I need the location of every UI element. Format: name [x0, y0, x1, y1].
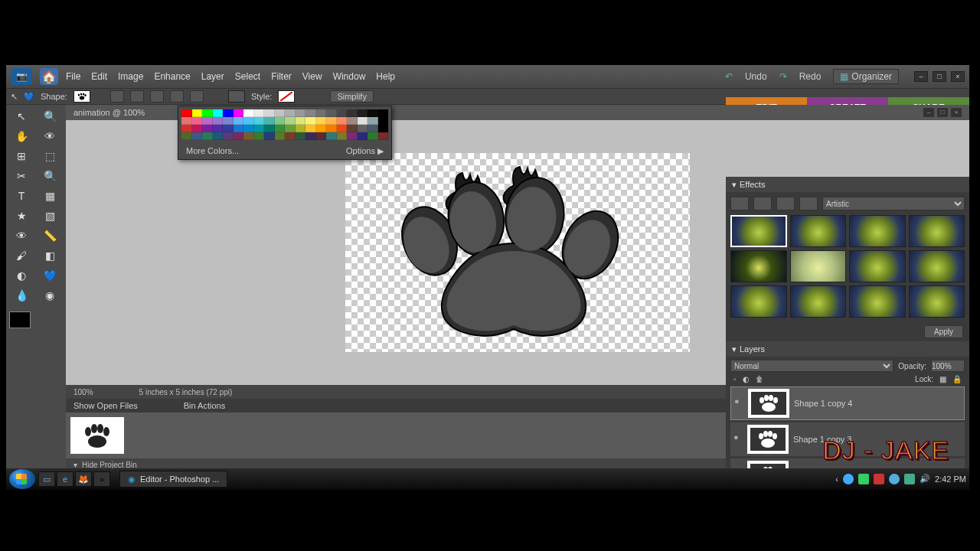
color-swatch-cell[interactable]: [368, 109, 378, 117]
apply-button[interactable]: Apply: [924, 325, 963, 338]
effects-cat-3[interactable]: [776, 197, 795, 210]
color-swatch-cell[interactable]: [347, 109, 358, 117]
color-swatch-cell[interactable]: [347, 117, 358, 125]
color-swatch-cell[interactable]: [358, 125, 368, 132]
color-swatch-cell[interactable]: [243, 132, 254, 140]
color-swatch-cell[interactable]: [192, 132, 203, 140]
color-swatch-cell[interactable]: [213, 125, 224, 132]
color-swatch-cell[interactable]: [305, 109, 316, 117]
undo-button[interactable]: Undo: [740, 70, 772, 83]
color-swatch-cell[interactable]: [337, 109, 348, 117]
color-swatch-cell[interactable]: [254, 117, 265, 125]
menu-image[interactable]: Image: [118, 71, 143, 82]
color-swatch-cell[interactable]: [285, 132, 296, 140]
clock[interactable]: 2:42 PM: [935, 474, 966, 484]
effect-thumb[interactable]: [849, 285, 906, 318]
color-swatch-cell[interactable]: [316, 117, 327, 125]
tool-15[interactable]: ◧: [38, 247, 62, 264]
color-swatch-cell[interactable]: [213, 132, 224, 140]
color-swatch-cell[interactable]: [326, 117, 337, 125]
tray-icon[interactable]: [874, 474, 884, 484]
doc-close[interactable]: ×: [951, 108, 962, 117]
color-swatch-cell[interactable]: [181, 132, 192, 140]
maximize-button[interactable]: □: [933, 71, 946, 82]
effect-thumb[interactable]: [730, 250, 787, 282]
style-swatch[interactable]: [278, 90, 295, 103]
color-swatch-cell[interactable]: [264, 109, 275, 117]
trash-icon[interactable]: 🗑: [756, 375, 763, 383]
layer-thumbnail[interactable]: [747, 425, 789, 454]
color-swatch-cell[interactable]: [192, 125, 203, 132]
color-swatch-cell[interactable]: [285, 109, 296, 117]
color-swatch-cell[interactable]: [326, 125, 337, 132]
color-swatch-cell[interactable]: [254, 132, 265, 140]
color-swatch-cell[interactable]: [234, 109, 244, 117]
layer-row[interactable]: Shape 1 copy 4: [730, 386, 965, 420]
color-swatch-cell[interactable]: [243, 125, 254, 132]
color-swatch-cell[interactable]: [243, 117, 254, 125]
color-swatch-cell[interactable]: [305, 117, 316, 125]
color-swatch-cell[interactable]: [202, 125, 213, 132]
effect-thumb[interactable]: [730, 215, 787, 247]
tool-7[interactable]: 🔍: [38, 168, 62, 184]
effect-thumb[interactable]: [909, 250, 965, 282]
tool-14[interactable]: 🖌: [9, 247, 34, 264]
pointer-icon[interactable]: ↖: [11, 92, 18, 102]
color-swatch-cell[interactable]: [264, 132, 275, 140]
color-swatch-cell[interactable]: [223, 132, 234, 140]
color-swatch-cell[interactable]: [234, 132, 244, 140]
show-open-dropdown[interactable]: Show Open Files: [74, 401, 138, 410]
color-swatch-cell[interactable]: [378, 117, 389, 125]
layer-visibility-icon[interactable]: [733, 398, 743, 409]
effect-thumb[interactable]: [790, 285, 847, 318]
color-swatch-cell[interactable]: [213, 117, 224, 125]
color-swatch-cell[interactable]: [181, 117, 192, 125]
layer-visibility-icon[interactable]: [732, 434, 743, 445]
constrain-icon[interactable]: [110, 90, 124, 103]
color-swatch-cell[interactable]: [285, 125, 296, 132]
tool-0[interactable]: ↖: [9, 108, 34, 125]
color-swatch-cell[interactable]: [296, 109, 306, 117]
constrain4-icon[interactable]: [170, 90, 184, 103]
color-swatch-cell[interactable]: [337, 117, 348, 125]
color-swatch-cell[interactable]: [202, 132, 213, 140]
tool-13[interactable]: 📏: [38, 227, 62, 244]
picker-options-button[interactable]: Options ▶: [346, 146, 384, 156]
effects-cat-1[interactable]: [730, 197, 749, 210]
layer-thumbnail[interactable]: [748, 389, 789, 418]
quicklaunch-desktop-icon[interactable]: ▭: [38, 471, 55, 487]
effects-category-select[interactable]: Artistic: [822, 197, 965, 210]
tool-12[interactable]: 👁: [9, 227, 34, 244]
redo-icon[interactable]: ↷: [779, 71, 787, 82]
color-swatch-cell[interactable]: [285, 117, 296, 125]
tool-1[interactable]: 🔍: [38, 108, 62, 125]
tray-icon[interactable]: [843, 474, 854, 484]
color-swatch-cell[interactable]: [358, 109, 368, 117]
tray-volume-icon[interactable]: 🔊: [920, 474, 930, 484]
color-swatch-cell[interactable]: [326, 132, 337, 140]
color-swatch-cell[interactable]: [192, 109, 203, 117]
color-swatch-cell[interactable]: [378, 132, 389, 140]
color-swatch-cell[interactable]: [181, 125, 192, 132]
color-swatch-cell[interactable]: [347, 132, 358, 140]
collapse-icon[interactable]: ▾: [74, 461, 77, 469]
color-swatch-cell[interactable]: [275, 109, 286, 117]
redo-button[interactable]: Redo: [795, 70, 826, 83]
color-swatch-cell[interactable]: [316, 132, 327, 140]
constrain3-icon[interactable]: [150, 90, 164, 103]
simplify-button[interactable]: Simplify: [330, 90, 374, 103]
effect-thumb[interactable]: [849, 215, 906, 247]
tool-6[interactable]: ✂: [9, 168, 34, 184]
tool-8[interactable]: T: [9, 187, 34, 204]
menu-layer[interactable]: Layer: [201, 71, 224, 82]
effect-thumb[interactable]: [849, 250, 906, 282]
lock-pixels-icon[interactable]: ▦: [939, 375, 946, 383]
effects-cat-2[interactable]: [753, 197, 772, 210]
color-swatch-cell[interactable]: [337, 132, 348, 140]
color-swatch-cell[interactable]: [192, 117, 203, 125]
color-swatch-cell[interactable]: [243, 109, 254, 117]
lock-all-icon[interactable]: 🔒: [952, 375, 962, 383]
color-swatch-cell[interactable]: [213, 109, 224, 117]
tool-17[interactable]: 💙: [38, 267, 62, 284]
undo-icon[interactable]: ↶: [725, 71, 733, 82]
